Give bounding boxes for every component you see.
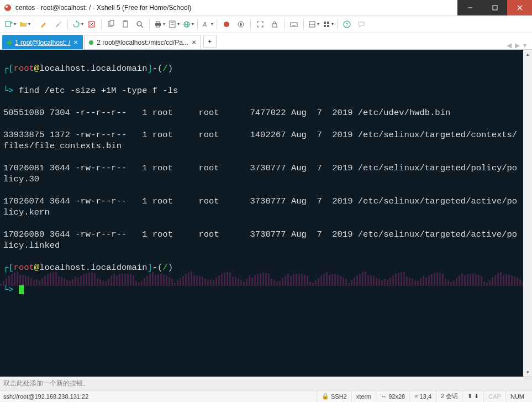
prompt-bracket: ]	[147, 263, 152, 273]
tab-label: 1 root@localhost: /	[15, 39, 70, 46]
prompt-user: root	[14, 64, 34, 74]
prompt-bracket: ┌[	[3, 64, 14, 74]
keyboard-button[interactable]	[287, 18, 301, 31]
svg-rect-20	[156, 22, 160, 23]
svg-rect-16	[124, 20, 127, 22]
separator	[197, 19, 198, 30]
tab-list-icon[interactable]: ▾	[523, 41, 526, 49]
prompt-at: @	[34, 64, 39, 74]
output-line: 17026080 3644 -rw-r--r-- 1 root root 373…	[3, 229, 520, 251]
close-button[interactable]	[507, 0, 532, 15]
new-session-button[interactable]	[3, 18, 17, 31]
compass-button[interactable]	[234, 18, 247, 31]
terminal-scrollbar[interactable]: ▴ ▾	[523, 50, 532, 377]
print-button[interactable]	[152, 18, 166, 31]
font-button[interactable]: A	[201, 18, 214, 31]
scroll-down-icon[interactable]: ▾	[523, 368, 532, 377]
tab-session-2[interactable]: 2 root@localhost:/misc/cd/Pa... ✕	[84, 35, 201, 49]
svg-rect-39	[327, 22, 329, 24]
status-bar: ssh://root@192.168.238.131:22 🔒SSH2 xter…	[0, 390, 532, 402]
maximize-button[interactable]	[482, 0, 507, 15]
prompt-path: /	[162, 64, 167, 74]
minimize-button[interactable]	[457, 0, 482, 15]
prompt-host: localhost.localdomain	[39, 64, 147, 74]
svg-rect-21	[156, 25, 160, 27]
status-sessions: 2 会话	[436, 390, 462, 402]
tab-label: 2 root@localhost:/misc/cd/Pa...	[97, 39, 188, 46]
separator	[149, 19, 150, 30]
svg-rect-31	[272, 24, 277, 27]
wand-button[interactable]	[51, 18, 65, 31]
prompt-user: root	[14, 263, 34, 273]
prompt-close: )	[168, 64, 173, 74]
properties-button[interactable]	[167, 18, 180, 31]
status-proto: 🔒SSH2	[317, 390, 351, 402]
lock-button[interactable]	[268, 18, 281, 31]
svg-rect-6	[6, 22, 10, 27]
separator	[250, 19, 251, 30]
prompt-dash: -(	[152, 263, 163, 273]
scroll-up-icon[interactable]: ▴	[523, 50, 532, 59]
status-caps: CAP	[483, 390, 505, 402]
svg-point-9	[60, 22, 61, 23]
prompt-close: )	[168, 263, 173, 273]
prompt-caret: └>	[3, 86, 19, 96]
fullscreen-button[interactable]	[254, 18, 267, 31]
tab-close-icon[interactable]: ✕	[73, 39, 78, 45]
prompt-at: @	[34, 263, 39, 273]
status-size: ↔ 92x28	[376, 390, 409, 402]
terminal[interactable]: ┌[root@localhost.localdomain]-(/) └> fin…	[0, 50, 523, 377]
scroll-track[interactable]	[523, 59, 532, 368]
separator	[217, 19, 217, 30]
svg-point-0	[4, 4, 11, 11]
highlight-button[interactable]	[37, 18, 50, 31]
quick-button-bar[interactable]: 双击此处添加一个新的按钮。	[0, 377, 532, 390]
main-toolbar: A ?	[0, 15, 532, 33]
window-titlebar: centos - root@localhost: / - Xshell 5 (F…	[0, 0, 532, 15]
svg-point-17	[137, 22, 141, 26]
session-tabbar: 1 root@localhost: / ✕ 2 root@localhost:/…	[0, 33, 532, 50]
output-line: 17026074 3644 -rw-r--r-- 1 root root 373…	[3, 196, 520, 218]
disconnect-button[interactable]	[85, 18, 98, 31]
output-line: 33933875 1372 -rw-r--r-- 1 root root 140…	[3, 129, 520, 152]
separator	[284, 19, 285, 30]
svg-line-18	[141, 25, 143, 28]
tab-close-icon[interactable]: ✕	[192, 39, 196, 45]
chat-button[interactable]	[355, 18, 368, 31]
svg-rect-3	[493, 6, 497, 10]
layout1-button[interactable]	[307, 18, 320, 31]
svg-rect-38	[324, 22, 326, 24]
reconnect-button[interactable]	[71, 18, 84, 31]
separator	[303, 19, 304, 30]
separator	[67, 19, 68, 30]
svg-point-29	[224, 22, 229, 27]
new-tab-button[interactable]: +	[203, 35, 217, 48]
command-text: find /etc -size +1M -type f -ls	[19, 86, 178, 96]
globe-button[interactable]	[181, 18, 194, 31]
tab-session-1[interactable]: 1 root@localhost: / ✕	[2, 35, 83, 49]
connection-string: ssh://root@192.168.238.131:22	[3, 393, 88, 400]
color-button[interactable]	[220, 18, 233, 31]
layout2-button[interactable]	[321, 18, 334, 31]
tab-prev-icon[interactable]: ◀	[507, 41, 512, 49]
svg-rect-32	[291, 23, 297, 27]
prompt-dash: -(	[152, 64, 163, 74]
prompt-host: localhost.localdomain	[39, 263, 147, 273]
separator	[101, 19, 102, 30]
lock-icon: 🔒	[322, 393, 329, 400]
app-icon	[3, 3, 12, 12]
separator	[34, 19, 34, 30]
help-button[interactable]: ?	[340, 18, 354, 31]
find-button[interactable]	[133, 18, 146, 31]
open-button[interactable]	[18, 18, 31, 31]
tab-next-icon[interactable]: ▶	[515, 41, 520, 49]
paste-button[interactable]	[119, 18, 132, 31]
copy-button[interactable]	[104, 18, 118, 31]
cursor	[19, 285, 24, 294]
svg-rect-40	[324, 25, 326, 27]
svg-text:?: ?	[346, 22, 349, 28]
prompt-caret: └>	[3, 285, 19, 295]
tab-nav: ◀ ▶ ▾	[507, 41, 530, 49]
svg-rect-41	[327, 25, 329, 27]
status-dot-icon	[7, 40, 12, 45]
